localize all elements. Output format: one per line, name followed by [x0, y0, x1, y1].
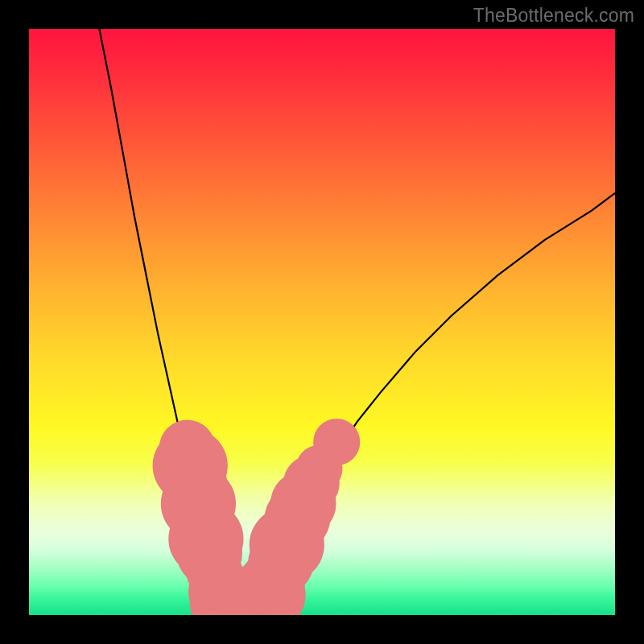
data-marker	[313, 419, 360, 465]
watermark-text: TheBottleneck.com	[473, 5, 634, 27]
chart-frame: TheBottleneck.com	[0, 0, 644, 644]
chart-svg	[29, 29, 615, 615]
plot-area	[29, 29, 615, 615]
markers-group	[153, 419, 361, 615]
